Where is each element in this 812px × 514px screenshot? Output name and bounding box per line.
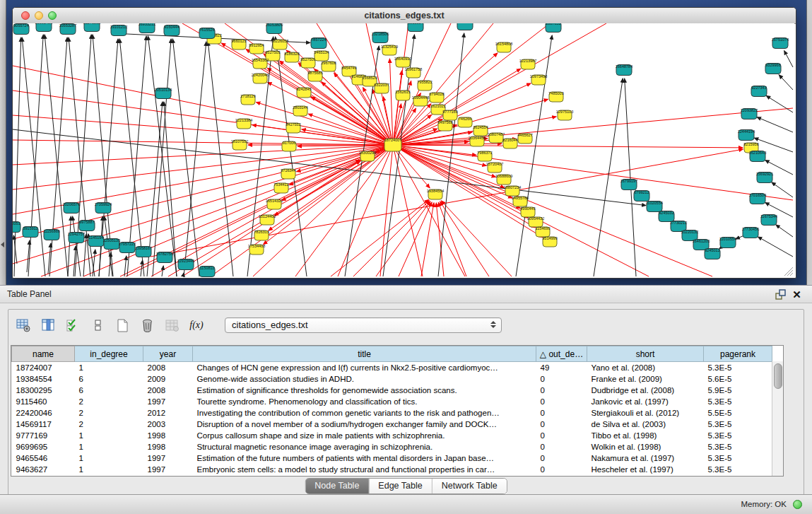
table-cell[interactable]: 1997 bbox=[143, 464, 193, 475]
table-cell[interactable]: 2012 bbox=[143, 407, 193, 419]
table-cell[interactable]: 1 bbox=[75, 362, 143, 374]
close-panel-icon[interactable]: ✕ bbox=[791, 288, 803, 300]
table-panel-titlebar[interactable]: Table Panel ✕ bbox=[0, 286, 812, 303]
table-cell[interactable]: 1997 bbox=[143, 396, 193, 407]
table-row[interactable]: 1938455462009Genome-wide association stu… bbox=[12, 373, 772, 385]
table-cell[interactable]: 9115460 bbox=[12, 396, 75, 407]
table-cell[interactable]: 6 bbox=[75, 373, 143, 385]
table-cell[interactable]: 1998 bbox=[143, 430, 193, 441]
table-vertical-scrollbar[interactable] bbox=[772, 361, 783, 476]
table-cell[interactable]: 9699695 bbox=[12, 441, 75, 452]
table-cell[interactable]: Hescheler et al. (1997) bbox=[587, 464, 704, 475]
column-header-name[interactable]: name bbox=[12, 346, 75, 362]
citation-network-graph[interactable]: 1872400718300295193845547463822966012399… bbox=[13, 23, 794, 277]
table-cell[interactable]: 2003 bbox=[143, 419, 193, 430]
table-row[interactable]: 946362711997Embryonic stem cells: a mode… bbox=[12, 464, 772, 475]
table-cell[interactable]: 1 bbox=[75, 464, 143, 475]
table-cell[interactable]: 2009 bbox=[143, 373, 193, 385]
tab-edge-table[interactable]: Edge Table bbox=[368, 479, 431, 493]
table-cell[interactable]: 0 bbox=[536, 385, 587, 396]
table-cell[interactable]: 0 bbox=[536, 396, 587, 407]
control-panel-edge[interactable] bbox=[0, 0, 6, 285]
table-row[interactable]: 911546021997Tourette syndrome. Phenomeno… bbox=[12, 396, 772, 407]
table-cell[interactable]: 5.3E-5 bbox=[704, 452, 772, 464]
zoom-window-button[interactable] bbox=[48, 11, 57, 20]
table-cell[interactable]: 5.6E-5 bbox=[704, 373, 772, 385]
window-resize-grip[interactable] bbox=[784, 267, 793, 276]
network-window[interactable]: citations_edges.txt 18724007183002951938… bbox=[12, 7, 796, 279]
table-row[interactable]: 946554611997Estimation of the future num… bbox=[12, 452, 772, 464]
table-cell[interactable]: Embryonic stem cells: a model to study s… bbox=[193, 464, 536, 475]
table-settings-icon[interactable] bbox=[16, 317, 31, 333]
table-cell[interactable]: 14569117 bbox=[12, 419, 75, 430]
table-row[interactable]: 969969511998Structural magnetic resonanc… bbox=[12, 441, 772, 452]
table-row[interactable]: 1830029562008Estimation of significance … bbox=[12, 385, 772, 396]
table-cell[interactable]: 5.3E-5 bbox=[704, 430, 772, 441]
table-cell[interactable]: 18300295 bbox=[12, 385, 75, 396]
table-cell[interactable]: 6 bbox=[75, 385, 143, 396]
table-cell[interactable]: 1 bbox=[75, 441, 143, 452]
column-header-in_degree[interactable]: in_degree bbox=[75, 346, 143, 362]
table-row[interactable]: 1456911722003Disruption of a novel membe… bbox=[12, 419, 772, 430]
table-cell[interactable]: 9465546 bbox=[12, 452, 75, 464]
column-header-title[interactable]: title bbox=[193, 346, 536, 362]
select-rows-icon[interactable] bbox=[65, 317, 81, 333]
table-cell[interactable]: de Silva et al. (2003) bbox=[587, 419, 704, 430]
table-cell[interactable]: Jankovic et al. (1997) bbox=[587, 396, 704, 407]
table-cell[interactable]: 19384554 bbox=[12, 373, 75, 385]
table-cell[interactable]: Franke et al. (2009) bbox=[587, 373, 704, 385]
table-cell[interactable]: Investigating the contribution of common… bbox=[193, 407, 536, 419]
table-cell[interactable]: 2 bbox=[75, 407, 143, 419]
table-cell[interactable]: Changes of HCN gene expression and I(f) … bbox=[193, 362, 536, 374]
table-selector-dropdown[interactable]: citations_edges.txt bbox=[225, 317, 502, 333]
column-header-pagerank[interactable]: pagerank bbox=[704, 346, 772, 362]
table-cell[interactable]: 0 bbox=[536, 373, 587, 385]
table-cell[interactable]: 22420046 bbox=[12, 407, 75, 419]
table-cell[interactable]: 0 bbox=[536, 441, 587, 452]
float-panel-icon[interactable] bbox=[775, 288, 787, 300]
table-cell[interactable]: 2008 bbox=[143, 362, 193, 374]
graph-node-18313074[interactable] bbox=[457, 23, 473, 30]
table-cell[interactable]: Estimation of significance thresholds fo… bbox=[193, 385, 536, 396]
scrollbar-thumb[interactable] bbox=[774, 363, 782, 389]
table-cell[interactable]: 5.3E-5 bbox=[704, 396, 772, 407]
table-cell[interactable]: 5.3E-5 bbox=[704, 464, 772, 475]
table-cell[interactable]: Disruption of a novel member of a sodium… bbox=[193, 419, 536, 430]
choose-columns-icon[interactable] bbox=[40, 317, 56, 333]
table-cell[interactable]: 9777169 bbox=[12, 430, 75, 441]
close-window-button[interactable] bbox=[21, 11, 30, 20]
table-cell[interactable]: Yano et al. (2008) bbox=[587, 362, 704, 374]
minimize-window-button[interactable] bbox=[35, 11, 43, 20]
table-cell[interactable]: 49 bbox=[536, 362, 587, 374]
table-cell[interactable]: Tibbo et al. (1998) bbox=[587, 430, 704, 441]
table-cell[interactable]: 5.3E-5 bbox=[704, 419, 772, 430]
create-column-icon[interactable] bbox=[114, 317, 130, 333]
delete-column-icon[interactable] bbox=[139, 317, 155, 333]
table-cell[interactable]: 2 bbox=[75, 396, 143, 407]
table-cell[interactable]: 18724007 bbox=[12, 362, 75, 374]
table-cell[interactable]: 5.5E-5 bbox=[704, 407, 772, 419]
memory-status-indicator[interactable] bbox=[793, 500, 802, 509]
graph-node-8813054[interactable] bbox=[408, 23, 423, 32]
table-cell[interactable]: Wolkin et al. (1998) bbox=[587, 441, 704, 452]
table-cell[interactable]: 5.9E-5 bbox=[704, 385, 772, 396]
table-cell[interactable]: 1 bbox=[75, 452, 143, 464]
tab-node-table[interactable]: Node Table bbox=[305, 479, 368, 493]
table-cell[interactable]: 0 bbox=[536, 452, 587, 464]
table-cell[interactable]: 2 bbox=[75, 419, 143, 430]
table-cell[interactable]: Genome-wide association studies in ADHD. bbox=[193, 373, 536, 385]
column-header-short[interactable]: short bbox=[587, 346, 704, 362]
table-row[interactable]: 2242004622012Investigating the contribut… bbox=[12, 407, 772, 419]
table-cell[interactable]: 1 bbox=[75, 430, 143, 441]
table-cell[interactable]: Stergiakouli et al. (2012) bbox=[587, 407, 704, 419]
table-cell[interactable]: Estimation of the future numbers of pati… bbox=[193, 452, 536, 464]
tab-network-table[interactable]: Network Table bbox=[432, 479, 507, 493]
table-cell[interactable]: Structural magnetic resonance image aver… bbox=[193, 441, 536, 452]
table-row[interactable]: 977716911998Corpus callosum shape and si… bbox=[12, 430, 772, 441]
graph-node-15276062[interactable] bbox=[84, 23, 100, 32]
table-cell[interactable]: 2008 bbox=[143, 385, 193, 396]
network-view-canvas[interactable]: 1872400718300295193845547463822966012399… bbox=[13, 23, 794, 277]
import-table-icon[interactable] bbox=[164, 317, 180, 333]
table-cell[interactable]: 0 bbox=[536, 430, 587, 441]
table-cell[interactable]: 0 bbox=[536, 419, 587, 430]
